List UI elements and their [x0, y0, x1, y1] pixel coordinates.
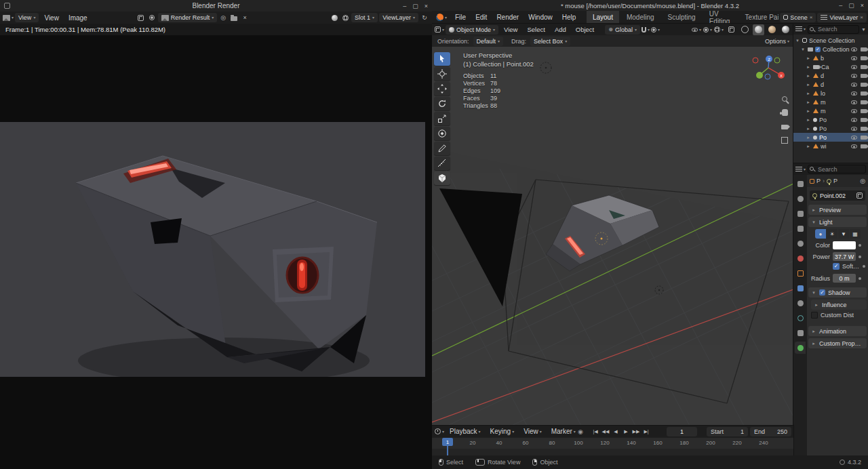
- workspace-tab-uv-editing[interactable]: UV Editing: [703, 11, 738, 24]
- play-reverse-button[interactable]: ◀: [611, 427, 620, 436]
- menu-playback[interactable]: Playback▾: [446, 428, 485, 435]
- light-type-spot-button[interactable]: ▼: [838, 229, 849, 239]
- zoom-button[interactable]: [779, 94, 790, 104]
- snap-toggle[interactable]: ▾: [642, 27, 650, 33]
- orientation-dropdown[interactable]: Default▾: [473, 37, 504, 46]
- gizmos-dropdown[interactable]: ▾: [703, 27, 712, 33]
- timeline-track-area[interactable]: [432, 449, 793, 455]
- next-keyframe-button[interactable]: ▶▶: [631, 427, 641, 436]
- hide-icon[interactable]: [851, 127, 857, 131]
- tool-cursor[interactable]: [434, 67, 450, 81]
- outliner-row-scene-collection[interactable]: ▾Scene Collection: [793, 36, 868, 45]
- axis-gizmo[interactable]: Z X: [751, 51, 785, 85]
- properties-tab-view-layer[interactable]: [795, 222, 806, 234]
- shadow-panel-header[interactable]: ▾✓Shadow: [808, 287, 867, 298]
- properties-tab-tool[interactable]: [795, 178, 806, 190]
- radius-field[interactable]: 0 m: [833, 274, 856, 283]
- menu-object[interactable]: Object: [572, 26, 598, 33]
- light-type-area-button[interactable]: ▦: [850, 229, 861, 239]
- view-layer-unlink-icon[interactable]: ×: [860, 14, 863, 20]
- render-visibility-icon[interactable]: [861, 127, 867, 131]
- hide-icon[interactable]: [851, 47, 857, 52]
- properties-tab-physics[interactable]: [795, 312, 806, 324]
- hide-icon[interactable]: [851, 118, 857, 122]
- render-visibility-icon[interactable]: [861, 83, 867, 87]
- outliner-row-object[interactable]: ▸d: [793, 80, 868, 89]
- hide-icon[interactable]: [851, 74, 857, 78]
- animate-dot[interactable]: [859, 244, 861, 247]
- hide-icon[interactable]: [851, 56, 857, 60]
- render-visibility-icon[interactable]: [861, 109, 867, 113]
- workspace-tab-sculpting[interactable]: Sculpting: [662, 11, 702, 24]
- animate-dot[interactable]: [859, 277, 861, 280]
- menu-select[interactable]: Select: [523, 26, 549, 33]
- properties-search-input[interactable]: [808, 165, 866, 174]
- editor-type-button[interactable]: ▾: [3, 15, 14, 21]
- menu-view[interactable]: View: [500, 26, 521, 33]
- mask-toggle-icon[interactable]: [136, 13, 146, 22]
- hide-icon[interactable]: [851, 136, 857, 140]
- frame-start-field[interactable]: Start1: [707, 427, 748, 436]
- slot-dropdown[interactable]: Slot 1▾: [351, 13, 378, 22]
- tool-add-cube[interactable]: [434, 171, 450, 185]
- editor-type-button[interactable]: ▾: [795, 26, 806, 32]
- filter-icon[interactable]: ▼: [861, 27, 866, 32]
- hide-icon[interactable]: [851, 91, 857, 96]
- ortho-toggle-button[interactable]: [779, 135, 790, 146]
- close-button[interactable]: ×: [425, 3, 428, 9]
- options-dropdown[interactable]: Options▾: [765, 38, 789, 45]
- render-visibility-icon[interactable]: [861, 118, 867, 122]
- unlink-image-icon[interactable]: ×: [240, 13, 250, 22]
- tool-scale[interactable]: [434, 112, 450, 125]
- hide-icon[interactable]: [851, 109, 857, 113]
- jump-to-start-button[interactable]: |◀: [591, 427, 600, 436]
- editor-type-button[interactable]: ▾: [435, 428, 444, 434]
- menu-add[interactable]: Add: [551, 26, 570, 33]
- workspace-tab-texture-paint[interactable]: Texture Paint: [739, 11, 779, 24]
- properties-tab-object-data[interactable]: [795, 342, 806, 354]
- camera-view-button[interactable]: [779, 121, 790, 132]
- custom-distance-checkbox[interactable]: ✓: [811, 312, 818, 319]
- preview-panel-header[interactable]: ▸Preview: [808, 205, 867, 215]
- properties-tab-particles[interactable]: [795, 297, 806, 309]
- render-visibility-icon[interactable]: [861, 47, 867, 52]
- menu-view[interactable]: View: [40, 14, 63, 22]
- auto-keying-toggle[interactable]: ◉: [576, 427, 585, 436]
- pan-button[interactable]: [779, 107, 790, 118]
- render-visibility-icon[interactable]: [861, 56, 867, 60]
- render-visibility-icon[interactable]: [861, 136, 867, 140]
- image-editor-canvas[interactable]: [0, 35, 432, 469]
- properties-tab-constraints[interactable]: [795, 327, 806, 339]
- animate-dot[interactable]: [859, 256, 861, 258]
- animation-panel-header[interactable]: ▸Animation: [808, 326, 867, 336]
- render-visibility-icon[interactable]: [861, 100, 867, 104]
- image-selector[interactable]: Render Result▾: [158, 13, 218, 22]
- visibility-dropdown[interactable]: ▾: [692, 28, 701, 32]
- close-button[interactable]: ×: [861, 2, 864, 9]
- prev-keyframe-button[interactable]: ◀◀: [601, 427, 610, 436]
- minimize-button[interactable]: –: [839, 2, 842, 9]
- annotation-toggle-icon[interactable]: [147, 13, 157, 22]
- animate-dot[interactable]: [863, 265, 865, 268]
- render-layer-dropdown[interactable]: ViewLayer▾: [379, 13, 418, 22]
- render-visibility-icon[interactable]: [861, 74, 867, 78]
- outliner-row-object[interactable]: ▸m: [793, 106, 868, 115]
- outliner-row-object[interactable]: ▸d: [793, 71, 868, 80]
- influence-panel-header[interactable]: ▸Influence: [811, 300, 867, 310]
- fake-user-icon[interactable]: [856, 192, 863, 199]
- outliner-row-object[interactable]: ▸Ca: [793, 62, 868, 71]
- menu-marker[interactable]: Marker▾: [547, 428, 580, 435]
- menu-keying[interactable]: Keying▾: [486, 428, 519, 435]
- maximize-button[interactable]: ▢: [412, 3, 418, 9]
- frame-end-field[interactable]: End250: [750, 427, 791, 436]
- display-channels-icon[interactable]: [330, 13, 339, 22]
- shading-wireframe-button[interactable]: [739, 24, 751, 35]
- hide-icon[interactable]: [851, 65, 857, 69]
- shading-solid-button[interactable]: [753, 24, 764, 35]
- editor-type-button[interactable]: ▾: [795, 167, 806, 172]
- playhead-chip[interactable]: 1: [442, 438, 453, 446]
- jump-to-end-button[interactable]: ▶|: [642, 427, 651, 436]
- shading-material-button[interactable]: [766, 24, 778, 35]
- pin-icon[interactable]: ◎: [860, 178, 865, 184]
- properties-tab-output[interactable]: [795, 207, 806, 220]
